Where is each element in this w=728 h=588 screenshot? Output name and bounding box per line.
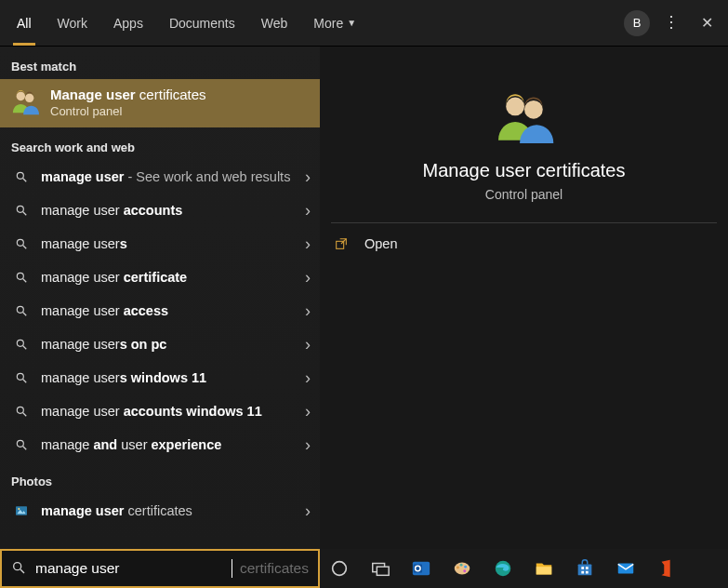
cortana-icon[interactable] (325, 555, 353, 582)
chevron-right-icon: › (305, 402, 311, 421)
search-result-row[interactable]: manage and user experience › (0, 428, 320, 461)
result-text: manage user access (41, 303, 305, 318)
tab-apps[interactable]: Apps (100, 0, 156, 46)
search-icon (11, 170, 32, 183)
svg-point-27 (14, 562, 21, 569)
detail-subtitle: Control panel (331, 187, 717, 202)
svg-point-18 (17, 440, 23, 447)
svg-line-28 (20, 569, 24, 573)
result-text: manage user certificates (41, 503, 305, 518)
tab-all[interactable]: All (4, 0, 45, 46)
result-text: manage user accounts (41, 203, 305, 218)
svg-point-0 (17, 92, 25, 100)
best-match-title: Manage user certificates (50, 87, 206, 102)
svg-rect-42 (578, 564, 592, 575)
section-header-photos: Photos (0, 461, 320, 494)
tab-web[interactable]: Web (248, 0, 301, 46)
open-action[interactable]: Open (331, 229, 717, 259)
search-input-row[interactable]: certificates (0, 549, 320, 588)
chevron-right-icon: › (305, 301, 311, 321)
outlook-icon[interactable] (407, 555, 435, 582)
tab-more[interactable]: More▼ (300, 0, 369, 46)
tab-work[interactable]: Work (45, 0, 100, 46)
search-result-row[interactable]: manage user access › (0, 294, 320, 327)
svg-point-16 (17, 407, 23, 413)
search-icon (11, 371, 32, 384)
svg-point-22 (18, 508, 20, 510)
microsoft-store-icon[interactable] (571, 555, 599, 582)
search-ghost-completion: certificates (240, 560, 309, 577)
search-scope-tabbar: All Work Apps Documents Web More▼ B ⋯ ✕ (0, 0, 728, 47)
photos-result-row[interactable]: manage user certificates › (0, 494, 320, 528)
edge-icon[interactable] (489, 555, 517, 582)
svg-line-5 (23, 212, 27, 216)
svg-line-13 (23, 346, 27, 350)
svg-point-2 (17, 172, 23, 179)
svg-line-11 (23, 313, 27, 316)
search-input[interactable] (35, 560, 226, 577)
result-text: manage user - See work and web results (41, 169, 305, 184)
best-match-item[interactable]: Manage user certificates Control panel (0, 79, 320, 127)
chevron-right-icon: › (305, 435, 311, 455)
results-pane: Best match Manage user certificates Cont… (0, 47, 320, 549)
mail-icon[interactable] (612, 555, 640, 582)
user-avatar[interactable]: B (624, 10, 650, 36)
svg-rect-44 (586, 567, 589, 569)
svg-rect-31 (377, 567, 389, 575)
file-explorer-icon[interactable] (530, 555, 558, 582)
search-result-row[interactable]: manage users windows 11 › (0, 361, 320, 394)
open-action-label: Open (364, 236, 397, 251)
result-text: manage user certificate (41, 270, 305, 285)
chevron-right-icon: › (305, 167, 311, 187)
photos-app-icon (11, 503, 32, 518)
svg-point-8 (17, 273, 23, 279)
result-text: manage users windows 11 (41, 370, 305, 385)
search-result-row[interactable]: manage users › (0, 227, 320, 261)
svg-line-3 (23, 179, 27, 182)
svg-point-6 (17, 239, 23, 246)
search-icon (11, 338, 32, 351)
result-text: manage users on pc (41, 337, 305, 352)
open-external-icon (333, 236, 350, 251)
user-certificates-large-icon (494, 91, 555, 143)
svg-line-19 (23, 447, 27, 450)
svg-point-14 (17, 373, 23, 380)
office-icon[interactable] (653, 555, 681, 582)
svg-point-10 (17, 306, 23, 313)
chevron-right-icon: › (305, 234, 311, 254)
svg-point-24 (524, 100, 543, 119)
more-options-button[interactable]: ⋯ (662, 14, 682, 33)
svg-point-4 (17, 206, 23, 212)
chevron-right-icon: › (305, 201, 311, 220)
search-result-row[interactable]: manage user - See work and web results › (0, 160, 320, 194)
svg-point-1 (25, 94, 33, 102)
search-result-row[interactable]: manage user accounts windows 11 › (0, 394, 320, 428)
svg-line-9 (23, 279, 27, 283)
search-result-row[interactable]: manage users on pc › (0, 327, 320, 361)
detail-pane: Manage user certificates Control panel O… (320, 47, 728, 549)
svg-point-12 (17, 340, 23, 346)
close-button[interactable]: ✕ (695, 14, 719, 32)
chevron-right-icon: › (305, 501, 311, 521)
result-text: manage user accounts windows 11 (41, 404, 305, 419)
svg-rect-45 (581, 571, 584, 574)
svg-rect-47 (618, 564, 634, 574)
section-header-search-web: Search work and web (0, 127, 320, 160)
chevron-right-icon: › (305, 268, 311, 287)
tab-documents[interactable]: Documents (156, 0, 248, 46)
svg-point-29 (333, 562, 347, 576)
search-result-row[interactable]: manage user certificate › (0, 261, 320, 294)
search-icon (11, 438, 32, 451)
task-view-icon[interactable] (366, 555, 394, 582)
taskbar (320, 549, 728, 588)
svg-point-39 (463, 569, 466, 572)
search-icon (11, 560, 26, 578)
svg-line-7 (23, 246, 27, 249)
search-result-row[interactable]: manage user accounts › (0, 194, 320, 227)
search-icon (11, 271, 32, 284)
svg-line-17 (23, 413, 27, 417)
divider (331, 222, 717, 223)
svg-point-37 (460, 564, 463, 567)
paint-icon[interactable] (448, 555, 476, 582)
chevron-right-icon: › (305, 335, 311, 354)
